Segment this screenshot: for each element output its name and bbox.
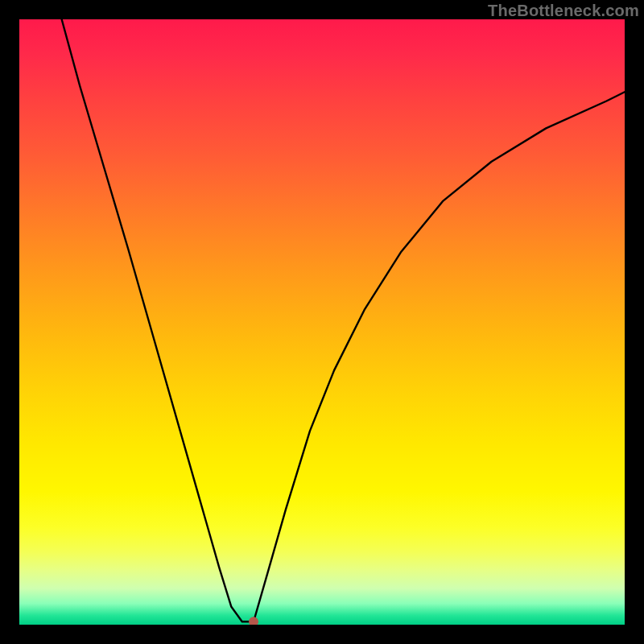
watermark-text: TheBottleneck.com: [488, 2, 639, 20]
bottleneck-curve: [62, 19, 625, 621]
minimum-marker: [249, 617, 258, 625]
chart-frame: TheBottleneck.com: [0, 0, 644, 644]
curve-layer: [19, 19, 625, 625]
plot-area: [19, 19, 625, 625]
